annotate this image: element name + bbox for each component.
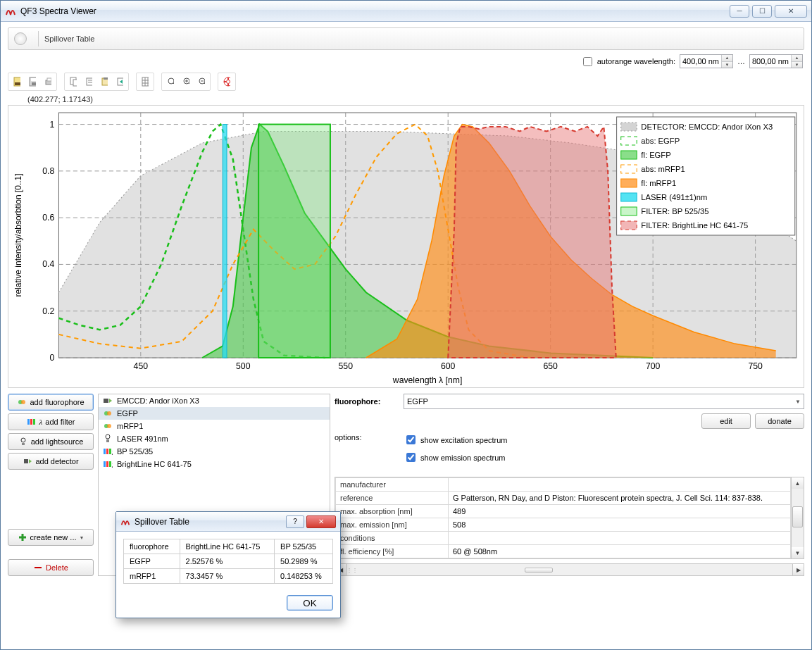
app-icon — [120, 516, 135, 527]
show-emission-checkbox[interactable] — [406, 453, 416, 462]
toolbar-zoom-out-icon[interactable] — [194, 74, 209, 89]
scrollbar-thumb[interactable] — [792, 506, 803, 527]
spinner-down-icon[interactable]: ▼ — [722, 62, 732, 68]
svg-text:abs: EGFP: abs: EGFP — [641, 137, 680, 145]
horizontal-scrollbar[interactable]: ◀ ⋮⋮ ▶ — [335, 563, 804, 576]
toolbar-print-icon[interactable] — [40, 74, 56, 89]
autorange-label-text: autorange wavelength: — [597, 57, 675, 65]
toolbar-copy-icon[interactable] — [65, 74, 81, 89]
add-fluorophore-button[interactable]: add fluorophore — [8, 394, 94, 411]
scrollbar-up-icon[interactable]: ▲ — [792, 477, 804, 489]
toolbar-copy2-icon[interactable] — [81, 74, 96, 89]
spectra-plot[interactable]: 00.20.40.60.81450500550600650700750wavel… — [8, 106, 804, 387]
window-close-button[interactable]: ✕ — [775, 5, 807, 18]
add-detector-button[interactable]: add detector — [8, 453, 94, 470]
window-minimize-button[interactable]: ─ — [730, 5, 749, 18]
svg-rect-63 — [621, 207, 637, 215]
spinner-up-icon[interactable]: ▲ — [722, 55, 732, 62]
dialog-close-button[interactable]: ✕ — [306, 515, 336, 528]
property-key: max. emission [nm] — [336, 518, 449, 532]
dialog-ok-button[interactable]: OK — [287, 595, 333, 611]
list-item-label: EMCCD: Andor iXon X3 — [117, 396, 199, 405]
list-item[interactable]: λBP 525/35 — [99, 445, 330, 458]
spillover-table-icon[interactable] — [14, 32, 27, 45]
list-item[interactable]: λBrightLine HC 641-75 — [99, 458, 330, 470]
wavelength-from-spinner[interactable]: ▲▼ — [680, 54, 733, 68]
list-item[interactable]: EGFP — [99, 407, 330, 420]
svg-text:0.2: 0.2 — [42, 306, 54, 316]
svg-rect-70 — [30, 419, 32, 425]
autorange-row: autorange wavelength: ▲▼ … ▲▼ — [8, 50, 804, 71]
list-item[interactable]: mRFP1 — [99, 420, 330, 432]
toolbar-zoom-in-icon[interactable] — [178, 74, 194, 89]
donate-button[interactable]: donate — [755, 413, 804, 429]
toolbar-save-icon[interactable] — [9, 74, 25, 89]
table-header[interactable]: BrightLine HC 641-75 — [180, 539, 274, 554]
fluorophore-select-value: EGFP — [407, 397, 428, 406]
svg-text:FILTER: BP 525/35: FILTER: BP 525/35 — [641, 207, 708, 215]
spillover-table-button[interactable]: Spillover Table — [44, 35, 94, 43]
toolbar-help-icon[interactable] — [219, 74, 235, 89]
toolbar-disk-icon[interactable] — [25, 74, 40, 89]
list-item[interactable]: LASER 491nm — [99, 432, 330, 445]
edit-button[interactable]: edit — [701, 413, 751, 429]
table-cell: 2.52576 % — [180, 554, 274, 569]
table-row[interactable]: max. absorption [nm]489 — [336, 505, 791, 518]
spinner-up-icon[interactable]: ▲ — [792, 55, 802, 62]
show-excitation-checkbox[interactable] — [406, 435, 416, 444]
svg-rect-81 — [104, 449, 106, 454]
properties-table[interactable]: manufacturerreferenceG Patterson, RN Day… — [335, 477, 792, 559]
list-item-label: BP 525/35 — [117, 447, 153, 456]
scrollbar-thumb[interactable] — [525, 568, 553, 573]
svg-text:0: 0 — [50, 353, 55, 363]
svg-text:relative intensity/absorbtion : relative intensity/absorbtion [0..1] — [13, 173, 23, 296]
autorange-checkbox-label[interactable]: autorange wavelength: — [580, 55, 675, 68]
add-filter-button[interactable]: λ add filter — [8, 413, 94, 430]
fluorophore-select[interactable]: EGFP ▼ — [404, 394, 804, 409]
create-new-button[interactable]: create new ... ▼ — [8, 529, 94, 546]
dialog-titlebar[interactable]: Spillover Table ? ✕ — [116, 512, 340, 532]
svg-text:fl: mRFP1: fl: mRFP1 — [641, 179, 676, 187]
spillover-dialog: Spillover Table ? ✕ fluorophoreBrightLin… — [115, 511, 341, 618]
toolbar-zoom-fit-icon[interactable] — [163, 74, 178, 89]
toolbar-export-icon[interactable] — [112, 74, 127, 89]
delete-button[interactable]: Delete — [8, 559, 94, 576]
table-row[interactable]: fl. efficiency [%]60 @ 508nm — [336, 545, 791, 558]
list-item-label: LASER 491nm — [117, 435, 168, 443]
window-title: QF3 Spectra Viewer — [20, 6, 730, 16]
svg-text:750: 750 — [748, 361, 763, 371]
dialog-help-button[interactable]: ? — [286, 515, 304, 528]
show-emission-checkbox-row[interactable]: show emission spectrum — [404, 451, 508, 464]
svg-rect-61 — [621, 193, 637, 201]
svg-text:λ: λ — [111, 450, 113, 456]
toolbar-paste-icon[interactable] — [96, 74, 112, 89]
wavelength-from-input[interactable] — [680, 55, 721, 68]
table-row[interactable]: max. emission [nm]508 — [336, 518, 791, 532]
svg-rect-65 — [621, 221, 637, 230]
show-excitation-checkbox-row[interactable]: show excitation spectrum — [404, 433, 508, 446]
svg-rect-6 — [47, 78, 51, 81]
scrollbar-right-icon[interactable]: ▶ — [792, 564, 804, 575]
add-lightsource-button[interactable]: add lightsource — [8, 433, 94, 450]
svg-rect-85 — [104, 461, 106, 467]
table-header[interactable]: BP 525/35 — [275, 539, 333, 554]
property-key: fl. efficiency [%] — [336, 545, 449, 558]
toolbar-table-icon[interactable] — [137, 74, 153, 89]
vertical-scrollbar[interactable]: ▲ ▼ — [792, 477, 804, 559]
list-item[interactable]: EMCCD: Andor iXon X3 — [99, 394, 330, 407]
table-row[interactable]: conditions — [336, 532, 791, 545]
svg-text:700: 700 — [646, 361, 661, 371]
spinner-down-icon[interactable]: ▼ — [792, 62, 802, 68]
autorange-checkbox[interactable] — [583, 57, 592, 66]
svg-text:0.4: 0.4 — [42, 260, 54, 270]
scrollbar-down-icon[interactable]: ▼ — [792, 547, 804, 558]
table-row[interactable]: manufacturer — [336, 478, 791, 492]
wavelength-to-input[interactable] — [750, 55, 791, 68]
wavelength-to-spinner[interactable]: ▲▼ — [749, 54, 803, 68]
svg-text:550: 550 — [339, 361, 354, 371]
window-maximize-button[interactable]: ☐ — [752, 5, 772, 18]
table-header[interactable]: fluorophore — [124, 539, 180, 554]
spillover-table[interactable]: fluorophoreBrightLine HC 641-75BP 525/35… — [123, 539, 333, 584]
top-toolbar: Spillover Table — [8, 27, 804, 50]
table-row[interactable]: referenceG Patterson, RN Day, and D Pist… — [336, 492, 791, 505]
